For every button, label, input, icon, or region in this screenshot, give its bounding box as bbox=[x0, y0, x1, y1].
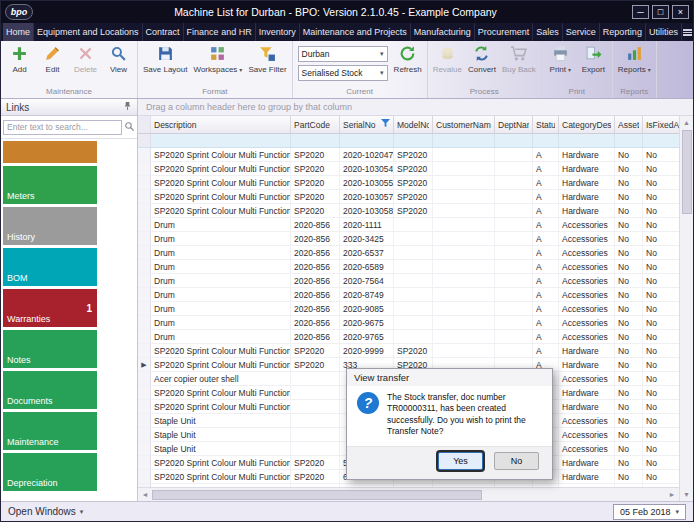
grid-cell[interactable]: No bbox=[643, 190, 679, 203]
grid-cell[interactable] bbox=[433, 260, 495, 273]
grid-cell[interactable] bbox=[495, 260, 533, 273]
save-filter-button[interactable]: Save Filter bbox=[245, 42, 289, 75]
grid-cell[interactable]: SP2020 Sprint Colour Multi Functional Co… bbox=[151, 358, 291, 371]
column-header-categorydesc[interactable]: CategoryDesc bbox=[559, 116, 615, 133]
revalue-button[interactable]: Revalue bbox=[430, 42, 465, 75]
grid-row[interactable]: SP2020 Sprint Colour Multi Functional Co… bbox=[138, 344, 679, 358]
grid-cell[interactable]: No bbox=[615, 470, 643, 483]
grid-cell[interactable]: 2020-8749 bbox=[340, 288, 394, 301]
grid-cell[interactable]: No bbox=[615, 288, 643, 301]
grid-cell[interactable]: No bbox=[643, 442, 679, 455]
grid-row[interactable]: Drum2020-8562020-7564AAccessoriesNoNo bbox=[138, 274, 679, 288]
grid-cell[interactable]: No bbox=[643, 162, 679, 175]
grid-cell[interactable] bbox=[291, 414, 340, 427]
grid-row[interactable]: SP2020 Sprint Colour Multi Functional Co… bbox=[138, 162, 679, 176]
grid-cell[interactable]: A bbox=[533, 204, 559, 217]
grid-cell[interactable]: No bbox=[643, 148, 679, 161]
grid-cell[interactable]: 2020-9999 bbox=[340, 344, 394, 357]
auto-filter-cell[interactable] bbox=[495, 134, 533, 147]
grid-cell[interactable]: 2020-856 bbox=[291, 246, 340, 259]
grid-cell[interactable]: No bbox=[615, 414, 643, 427]
grid-cell[interactable] bbox=[495, 288, 533, 301]
grid-cell[interactable]: Drum bbox=[151, 330, 291, 343]
horizontal-scrollbar[interactable]: ◄ ► bbox=[138, 487, 679, 501]
dialog-title-bar[interactable]: View transfer bbox=[347, 369, 552, 386]
grid-cell[interactable] bbox=[433, 246, 495, 259]
column-header-customername[interactable]: CustomerName bbox=[433, 116, 495, 133]
grid-cell[interactable]: No bbox=[615, 400, 643, 413]
branch-dropdown[interactable]: Durban ▾ bbox=[298, 46, 388, 62]
edit-button[interactable]: Edit bbox=[36, 42, 69, 75]
grid-cell[interactable]: Drum bbox=[151, 302, 291, 315]
workspaces-button[interactable]: Workspaces▾ bbox=[190, 42, 245, 75]
grid-row[interactable]: Drum2020-8562020-9085AAccessoriesNoNo bbox=[138, 302, 679, 316]
grid-row[interactable]: Drum2020-8562020-6537AAccessoriesNoNo bbox=[138, 246, 679, 260]
sidebar-item-maintenance[interactable]: Maintenance bbox=[3, 412, 97, 450]
grid-cell[interactable] bbox=[394, 274, 433, 287]
grid-cell[interactable]: Hardware bbox=[559, 204, 615, 217]
grid-cell[interactable]: No bbox=[615, 428, 643, 441]
grid-cell[interactable]: A bbox=[533, 232, 559, 245]
auto-filter-cell[interactable] bbox=[433, 134, 495, 147]
grid-cell[interactable] bbox=[495, 204, 533, 217]
grid-cell[interactable]: A bbox=[533, 176, 559, 189]
grid-cell[interactable]: SP2020 bbox=[394, 162, 433, 175]
grid-cell[interactable]: No bbox=[615, 274, 643, 287]
auto-filter-cell[interactable] bbox=[615, 134, 643, 147]
buy-back-button[interactable]: Buy Back bbox=[499, 42, 539, 75]
grid-cell[interactable] bbox=[433, 218, 495, 231]
grid-cell[interactable]: Hardware bbox=[559, 148, 615, 161]
sidebar-item-warranties[interactable]: Warranties1 bbox=[3, 289, 97, 327]
grid-cell[interactable]: SP2020 Sprint Colour Multi Functional Co… bbox=[151, 386, 291, 399]
grid-cell[interactable]: Hardware bbox=[559, 344, 615, 357]
auto-filter-cell[interactable] bbox=[643, 134, 679, 147]
grid-cell[interactable]: No bbox=[615, 386, 643, 399]
grid-cell[interactable] bbox=[495, 176, 533, 189]
grid-cell[interactable]: SP2020 bbox=[394, 344, 433, 357]
grid-row[interactable]: Drum2020-8562020-6589AAccessoriesNoNo bbox=[138, 260, 679, 274]
grid-cell[interactable]: A bbox=[533, 330, 559, 343]
grid-cell[interactable]: A bbox=[533, 148, 559, 161]
group-by-panel[interactable]: Drag a column header here to group by th… bbox=[138, 99, 693, 116]
grid-cell[interactable]: Hardware bbox=[559, 400, 615, 413]
grid-cell[interactable]: No bbox=[643, 204, 679, 217]
grid-cell[interactable] bbox=[394, 302, 433, 315]
grid-cell[interactable] bbox=[394, 218, 433, 231]
grid-cell[interactable]: 2020-856 bbox=[291, 316, 340, 329]
grid-cell[interactable]: No bbox=[615, 260, 643, 273]
scroll-down-icon[interactable]: ▼ bbox=[680, 488, 693, 501]
grid-cell[interactable] bbox=[495, 302, 533, 315]
grid-cell[interactable]: SP2020 Sprint Colour Multi Functional Co… bbox=[151, 176, 291, 189]
grid-cell[interactable]: A bbox=[533, 218, 559, 231]
grid-row[interactable]: Drum2020-8562020-8749AAccessoriesNoNo bbox=[138, 288, 679, 302]
vertical-scroll-thumb[interactable] bbox=[682, 130, 692, 214]
grid-cell[interactable] bbox=[495, 316, 533, 329]
grid-row[interactable]: Drum2020-8562020-1111AAccessoriesNoNo bbox=[138, 218, 679, 232]
grid-row[interactable]: Drum2020-8562020-9675AAccessoriesNoNo bbox=[138, 316, 679, 330]
grid-cell[interactable]: Hardware bbox=[559, 176, 615, 189]
close-button[interactable]: × bbox=[672, 5, 689, 19]
grid-cell[interactable] bbox=[433, 316, 495, 329]
grid-cell[interactable]: Accessories bbox=[559, 414, 615, 427]
grid-cell[interactable]: A bbox=[533, 274, 559, 287]
menu-tab-maintenance-and-projects[interactable]: Maintenance and Projects bbox=[300, 23, 411, 41]
grid-cell[interactable]: Accessories bbox=[559, 274, 615, 287]
grid-cell[interactable]: SP2020 bbox=[291, 344, 340, 357]
convert-button[interactable]: Convert bbox=[465, 42, 499, 75]
grid-cell[interactable]: SP2020 bbox=[291, 470, 340, 483]
grid-cell[interactable]: Accessories bbox=[559, 288, 615, 301]
grid-cell[interactable] bbox=[433, 176, 495, 189]
sidebar-item-unlabeled[interactable] bbox=[3, 141, 97, 163]
grid-row[interactable]: SP2020 Sprint Colour Multi Functional Co… bbox=[138, 190, 679, 204]
grid-cell[interactable]: Staple Unit bbox=[151, 442, 291, 455]
grid-cell[interactable]: 2020-856 bbox=[291, 330, 340, 343]
grid-cell[interactable]: Accessories bbox=[559, 218, 615, 231]
grid-cell[interactable]: No bbox=[643, 414, 679, 427]
grid-cell[interactable]: 2020-856 bbox=[291, 232, 340, 245]
grid-cell[interactable]: SP2020 bbox=[291, 358, 340, 371]
grid-cell[interactable]: 2020-3425 bbox=[340, 232, 394, 245]
grid-cell[interactable]: Staple Unit bbox=[151, 428, 291, 441]
menu-tab-finance-and-hr[interactable]: Finance and HR bbox=[184, 23, 256, 41]
grid-row[interactable]: SP2020 Sprint Colour Multi Functional Co… bbox=[138, 204, 679, 218]
grid-cell[interactable]: SP2020 Sprint Colour Multi Functional Co… bbox=[151, 204, 291, 217]
